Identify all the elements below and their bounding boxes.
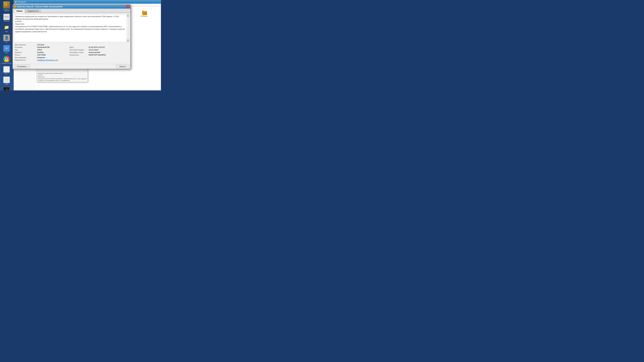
prop-label-user: Польз.: [14, 54, 36, 56]
dialog-titlebar: ⚠ Свойства событий - Событие 10016, Dist… [13, 5, 130, 8]
lol-label: League of Legends [2, 8, 12, 12]
dialog-message-text: Параметры разрешений для конкретного при… [15, 15, 128, 33]
555-label: 555 [5, 31, 8, 32]
main-dialog: ⚠ Свойства событий - Событие 10016, Dist… [12, 4, 131, 69]
prop-row-user: Польз.: СИСТЕМА Компьютер: DESKTOP-KQKAP… [14, 54, 129, 56]
prop-label-computer: Компьютер: [69, 54, 88, 56]
desktop-icon-fra[interactable]: 📄 Fra... [1, 66, 12, 75]
dialog-close-button[interactable]: ✕ [126, 5, 130, 8]
prop-label-keywords: Ключевые слова: [69, 51, 88, 54]
desktop-icon-math[interactable]: math [1, 76, 12, 86]
23764ai-label: 23764.ai [4, 20, 10, 22]
textarea-scroll-up[interactable]: ▲ [127, 15, 129, 17]
desktop-icons: L League of Legends 23764.ai 23764.ai 📁 … [0, 0, 13, 90]
prop-value-date: 02.06.2019 13:53:52 [88, 46, 129, 48]
desktop-icon-56[interactable]: 👤 56 [1, 34, 12, 44]
textarea-scrollbar: ▲ ▼ [127, 14, 129, 42]
prop-row-code: Код 10016 Категория задачи: Отсутствует [14, 48, 129, 51]
56-label: 56 [6, 41, 7, 43]
sw-footer-text: Windows.SecurityCenter.WscDataProtection… [38, 72, 87, 81]
prop-label-journal: Имя журнала: [14, 43, 36, 46]
prop-value-user: СИСТЕМА [36, 54, 67, 56]
prop-label-details: Подробности: [14, 59, 36, 61]
tab-general[interactable]: Общие [14, 9, 25, 13]
prop-value-computer: DESKTOP-KQKAPA3 [88, 54, 129, 56]
dialog-footer: Копировать Закрыть [13, 64, 130, 69]
prop-row-journal: Имя журнала: Система [14, 43, 129, 46]
tab-details[interactable]: Подробности [25, 9, 41, 12]
prop-value-code: 10016 [36, 48, 67, 51]
prop-value-category: Отсутствует [88, 48, 129, 51]
desktop-icon-23764ai[interactable]: 23764.ai 23764.ai [1, 13, 12, 23]
prop-row-details: Подробности: Справка в Интернете для [14, 59, 129, 61]
prop-value-source: DistributedCOM [36, 46, 67, 48]
fe-title: 📁 Проводник [15, 1, 26, 3]
dialog-title-text: Свойства событий - Событие 10016, Distri… [17, 6, 62, 8]
prop-value-journal: Система [36, 43, 67, 46]
dialog-message-area: Параметры разрешений для конкретного при… [14, 14, 129, 42]
properties-table: Имя журнала: Система Источник: Distribut… [14, 43, 129, 61]
prop-label-code: Код [14, 48, 36, 51]
file-explorer-titlebar: 📁 Проводник [14, 0, 161, 4]
dialog-title-icon: ⚠ [14, 5, 16, 8]
folder-images[interactable]: Изображе... [130, 10, 160, 18]
prop-row-opcode: Код операции: Сведения [14, 56, 129, 59]
copy-button[interactable]: Копировать [14, 65, 30, 68]
dialog-title-area: ⚠ Свойства событий - Событие 10016, Dist… [14, 5, 62, 8]
sw-footer: Windows.SecurityCenter.WscDataProtection… [37, 72, 88, 82]
math-label: math [5, 83, 8, 85]
folder-images-label: Изображе... [141, 15, 148, 17]
prop-value-opcode: Сведения [36, 56, 67, 59]
desktop-icon-lol[interactable]: L League of Legends [1, 1, 12, 12]
textarea-scroll-down[interactable]: ▼ [127, 39, 129, 42]
dialog-message-container: Параметры разрешений для конкретного при… [14, 14, 129, 42]
desktop-icon-555[interactable]: 📁 555 [1, 23, 12, 33]
dialog-tabs: Общие Подробности [13, 8, 130, 13]
close-button[interactable]: Закрыть [116, 65, 130, 68]
desktop-icon-unna[interactable]: Gi unna [1, 44, 12, 54]
chrome-label: Google Chrome [2, 62, 12, 64]
details-link[interactable]: Справка в Интернете для [37, 59, 58, 61]
prop-label-source: Источник: [14, 46, 36, 48]
dialog-body: Параметры разрешений для конкретного при… [13, 13, 130, 64]
prop-value-keywords: Классический [88, 51, 129, 54]
fra-label: Fra... [5, 73, 8, 75]
prop-label-opcode: Код операции: [14, 56, 36, 59]
unna-label: unna [5, 52, 8, 54]
prop-label-category: Категория задачи: [69, 48, 88, 51]
desktop-icon-chrome[interactable]: Google Chrome [1, 55, 12, 65]
prop-label-level: Уровень: [14, 51, 36, 54]
prop-label-date: Дата: [69, 46, 88, 48]
desktop-icon-dst[interactable]: 🌑 Don't Starve Together [1, 86, 12, 90]
prop-row-source: Источник: DistributedCOM Дата: 02.06.201… [14, 46, 129, 48]
prop-row-level: Уровень: Ошибка Ключевые слова: Классиче… [14, 51, 129, 54]
prop-value-level: Ошибка [36, 51, 67, 54]
desktop: 📁 Проводник Быстрый доступ Рабочий стол … [0, 0, 161, 90]
